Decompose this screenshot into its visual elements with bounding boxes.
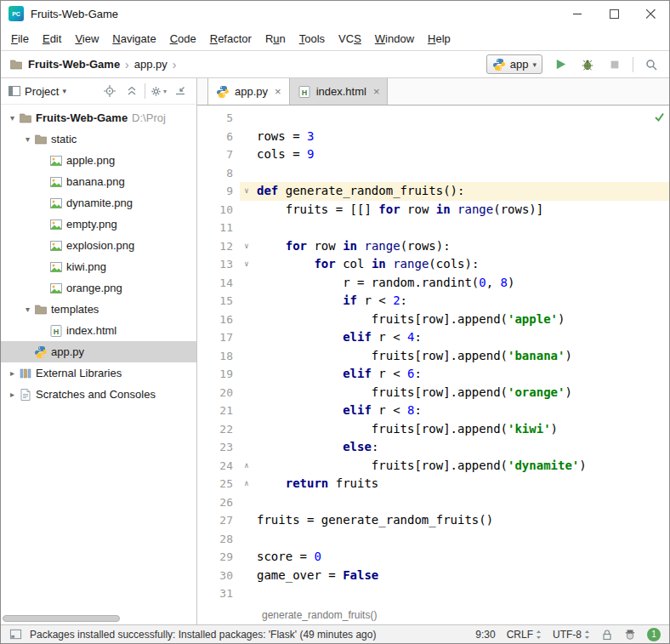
code-text[interactable]: rows = 3 (253, 128, 669, 146)
code-text[interactable] (253, 219, 669, 237)
line-number[interactable]: 9 (197, 182, 240, 201)
close-tab-icon[interactable]: × (373, 85, 380, 98)
close-button[interactable] (633, 1, 669, 26)
line-separator-select[interactable]: CRLF (507, 629, 542, 641)
line-number[interactable]: 11 (197, 219, 240, 237)
minimize-button[interactable] (559, 1, 596, 26)
line-number[interactable]: 6 (197, 128, 240, 146)
line-number[interactable]: 20 (197, 384, 240, 402)
close-tab-icon[interactable]: × (275, 85, 281, 98)
code-editor[interactable]: 56rows = 37cols = 989∨def generate_rando… (197, 105, 669, 606)
menu-refactor[interactable]: Refactor (203, 29, 258, 48)
breadcrumb-project[interactable]: Fruits-Web-Game (28, 58, 120, 71)
line-number[interactable]: 19 (197, 365, 240, 384)
code-text[interactable]: fruits = generate_random_fruits() (253, 511, 669, 530)
tree-item-orange-png[interactable]: orange.png (1, 277, 196, 299)
line-number[interactable]: 7 (197, 145, 240, 164)
tree-item-templates[interactable]: ▾templates (1, 299, 196, 320)
settings-gear-button[interactable]: ▾ (149, 82, 168, 100)
chevron-right-icon[interactable]: ▸ (6, 390, 19, 399)
code-text[interactable]: fruits = [[] for row in range(rows)] (253, 201, 669, 219)
code-text[interactable]: for row in range(rows): (253, 237, 669, 256)
menu-navigate[interactable]: Navigate (105, 29, 162, 48)
code-text[interactable]: score = 0 (253, 548, 669, 567)
menu-file[interactable]: File (4, 29, 36, 48)
run-button[interactable] (551, 55, 570, 74)
search-everywhere-button[interactable] (642, 55, 661, 74)
toolwindow-toggle-icon[interactable] (9, 628, 22, 641)
debug-button[interactable] (578, 55, 597, 74)
menu-help[interactable]: Help (421, 29, 457, 48)
code-text[interactable]: fruits[row].append('orange') (253, 384, 669, 402)
code-text[interactable]: elif r < 6: (253, 365, 669, 384)
editor-breadcrumb-item[interactable]: generate_random_fruits() (262, 609, 377, 621)
code-text[interactable]: for col in range(cols): (253, 255, 669, 274)
line-number[interactable]: 14 (197, 274, 240, 293)
fold-expanded-icon[interactable]: ∨ (240, 255, 253, 274)
tree-item-dynamite-png[interactable]: dynamite.png (1, 192, 196, 214)
inspector-icon[interactable] (624, 629, 636, 641)
code-text[interactable]: else: (253, 438, 669, 457)
collapse-all-button[interactable] (122, 82, 141, 100)
code-text[interactable]: fruits[row].append('apple') (253, 311, 669, 329)
fold-expanded-icon[interactable]: ∨ (240, 237, 253, 256)
run-configuration-select[interactable]: app ▾ (486, 54, 542, 74)
chevron-right-icon[interactable]: ▸ (6, 368, 19, 378)
menu-view[interactable]: View (68, 29, 105, 48)
code-text[interactable] (253, 584, 669, 603)
line-number[interactable]: 29 (197, 548, 240, 567)
fold-expanded-icon[interactable]: ∨ (240, 182, 253, 201)
line-number[interactable]: 30 (197, 567, 240, 585)
line-number[interactable]: 10 (197, 201, 240, 219)
line-number[interactable]: 26 (197, 493, 240, 512)
line-number[interactable]: 25 (197, 475, 240, 493)
chevron-down-icon[interactable]: ▾ (6, 113, 19, 123)
lock-icon[interactable] (601, 629, 613, 641)
line-number[interactable]: 5 (197, 109, 240, 128)
line-number[interactable]: 12 (197, 237, 240, 256)
locate-file-button[interactable] (100, 82, 119, 100)
code-text[interactable] (253, 109, 669, 128)
code-text[interactable] (253, 164, 669, 183)
code-text[interactable]: if r < 2: (253, 292, 669, 311)
hide-panel-button[interactable] (171, 82, 190, 100)
code-text[interactable]: r = random.randint(0, 8) (253, 274, 669, 293)
code-text[interactable]: return fruits (253, 475, 669, 493)
maximize-button[interactable] (596, 1, 633, 26)
code-text[interactable]: fruits[row].append('banana') (253, 347, 669, 366)
menu-run[interactable]: Run (258, 29, 292, 48)
tree-item-empty-png[interactable]: empty.png (1, 214, 196, 235)
code-text[interactable]: elif r < 4: (253, 328, 669, 347)
tab-app-py[interactable]: app.py × (207, 78, 290, 105)
menu-code[interactable]: Code (163, 29, 203, 48)
menu-vcs[interactable]: VCS (332, 29, 368, 48)
tree-item-app-py[interactable]: app.py (1, 341, 196, 362)
tree-item-index-html[interactable]: Hindex.html (1, 320, 196, 341)
menu-edit[interactable]: Edit (36, 29, 68, 48)
line-number[interactable]: 23 (197, 438, 240, 457)
line-number[interactable]: 21 (197, 402, 240, 420)
line-number[interactable]: 22 (197, 420, 240, 439)
code-text[interactable]: game_over = False (253, 567, 669, 585)
code-text[interactable]: fruits[row].append('dynamite') (253, 457, 669, 476)
line-number[interactable]: 13 (197, 255, 240, 274)
tree-item-external-libraries[interactable]: ▸External Libraries (1, 362, 196, 384)
tree-item-static[interactable]: ▾static (1, 128, 196, 150)
fold-end-icon[interactable]: ∧ (240, 457, 253, 476)
notification-badge[interactable]: 1 (647, 628, 661, 641)
chevron-down-icon[interactable]: ▾ (21, 134, 34, 144)
line-number[interactable]: 17 (197, 328, 240, 347)
menu-tools[interactable]: Tools (292, 29, 332, 48)
code-text[interactable] (253, 530, 669, 549)
fold-end-icon[interactable]: ∧ (240, 475, 253, 493)
tree-item-fruits-web-game[interactable]: ▾Fruits-Web-GameD:\Proj (1, 107, 196, 128)
line-number[interactable]: 31 (197, 584, 240, 603)
project-view-select[interactable]: Project (25, 85, 59, 98)
code-text[interactable] (253, 493, 669, 512)
code-text[interactable]: def generate_random_fruits(): (253, 182, 669, 201)
caret-position-widget[interactable]: 9:30 (475, 629, 495, 641)
line-number[interactable]: 24 (197, 457, 240, 476)
code-text[interactable]: elif r < 8: (253, 402, 669, 420)
line-number[interactable]: 18 (197, 347, 240, 366)
tree-item-kiwi-png[interactable]: kiwi.png (1, 256, 196, 277)
